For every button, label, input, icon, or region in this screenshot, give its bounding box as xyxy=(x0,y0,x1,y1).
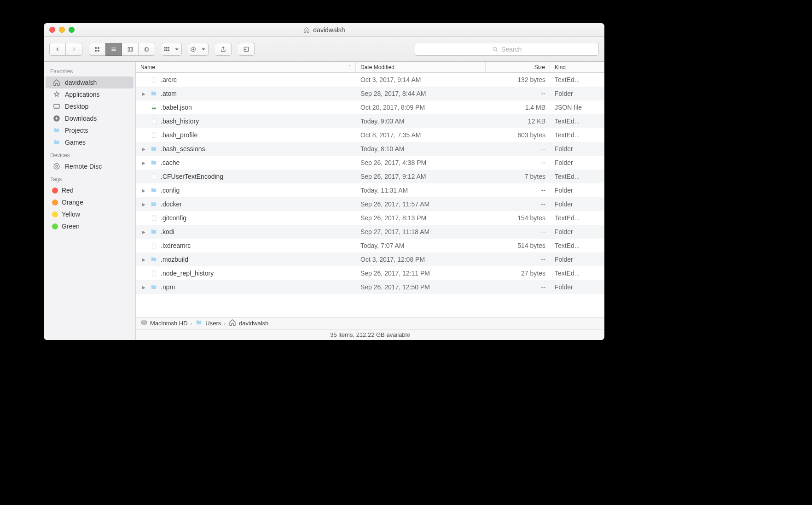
disclosure-triangle-icon[interactable]: ▶ xyxy=(140,257,147,262)
file-date: Sep 26, 2017, 12:11 PM xyxy=(356,270,486,277)
disclosure-triangle-icon[interactable]: ▶ xyxy=(140,229,147,235)
sidebar-item-projects[interactable]: Projects xyxy=(44,124,135,136)
file-date: Sep 27, 2017, 11:18 AM xyxy=(356,228,486,235)
path-crumb[interactable]: Users xyxy=(195,319,221,327)
share-button[interactable] xyxy=(215,43,232,56)
sidebar-item-downloads[interactable]: Downloads xyxy=(44,112,135,124)
file-row[interactable]: ▶.bash_sessionsToday, 8:10 AM--Folder xyxy=(136,142,604,156)
arrange-button[interactable] xyxy=(162,43,182,56)
sidebar-item-label: Remote Disc xyxy=(65,163,102,170)
sidebar-tag-red[interactable]: Red xyxy=(44,184,135,196)
file-date: Today, 9:03 AM xyxy=(356,117,486,125)
svg-rect-14 xyxy=(166,47,167,48)
list-view-button[interactable] xyxy=(105,43,122,56)
sidebar-item-remote-disc[interactable]: Remote Disc xyxy=(44,160,135,172)
tags-button[interactable] xyxy=(238,43,255,56)
search-input[interactable]: Search xyxy=(415,43,599,56)
sidebar-item-games[interactable]: Games xyxy=(44,136,135,148)
column-view-button[interactable] xyxy=(122,43,139,56)
file-row[interactable]: ▶.configToday, 11:31 AM--Folder xyxy=(136,183,604,197)
file-row[interactable]: .babel.jsonOct 20, 2017, 8:09 PM1.4 MBJS… xyxy=(136,100,604,114)
file-name: .gitconfig xyxy=(161,214,186,222)
sidebar-item-label: Desktop xyxy=(65,103,88,110)
minimize-button[interactable] xyxy=(59,27,65,33)
file-row[interactable]: ▶.mozbuildOct 3, 2017, 12:08 PM--Folder xyxy=(136,252,604,266)
crumb-label: davidwalsh xyxy=(239,320,268,327)
column-header-date[interactable]: Date Modified xyxy=(356,62,486,72)
file-size: -- xyxy=(486,200,550,208)
path-crumb[interactable]: Macintosh HD xyxy=(140,319,188,328)
file-date: Oct 3, 2017, 9:14 AM xyxy=(356,76,486,83)
file-row[interactable]: ▶.npmSep 26, 2017, 12:50 PM--Folder xyxy=(136,280,604,294)
sidebar-item-davidwalsh[interactable]: davidwalsh xyxy=(46,76,133,88)
path-crumb[interactable]: davidwalsh xyxy=(228,319,268,328)
sidebar-tag-yellow[interactable]: Yellow xyxy=(44,208,135,220)
home-icon xyxy=(52,79,61,86)
file-date: Sep 26, 2017, 4:38 PM xyxy=(356,159,486,166)
file-name: .CFUserTextEncoding xyxy=(161,173,223,180)
coverflow-view-button[interactable] xyxy=(139,43,155,56)
disclosure-triangle-icon[interactable]: ▶ xyxy=(140,188,147,193)
svg-rect-16 xyxy=(164,49,165,51)
sidebar-item-applications[interactable]: Applications xyxy=(44,88,135,100)
file-row[interactable]: .bash_historyToday, 9:03 AM12 KBTextEd..… xyxy=(136,114,604,128)
folder-icon xyxy=(52,139,61,146)
sidebar-tag-green[interactable]: Green xyxy=(44,220,135,232)
file-row[interactable]: .CFUserTextEncodingSep 26, 2017, 9:12 AM… xyxy=(136,170,604,183)
folder-icon xyxy=(150,145,158,153)
file-row[interactable]: .arcrcOct 3, 2017, 9:14 AM132 bytesTextE… xyxy=(136,73,604,87)
tag-icon xyxy=(242,46,250,53)
disclosure-triangle-icon[interactable]: ▶ xyxy=(140,147,147,152)
file-name: .bash_profile xyxy=(161,131,197,139)
disclosure-triangle-icon[interactable]: ▶ xyxy=(140,160,147,165)
file-kind: Folder xyxy=(550,90,604,97)
file-date: Today, 11:31 AM xyxy=(356,187,486,194)
column-header-name[interactable]: Name ˄ xyxy=(136,62,356,72)
file-date: Sep 26, 2017, 11:57 AM xyxy=(356,200,486,208)
svg-point-20 xyxy=(192,48,194,50)
sidebar-tag-orange[interactable]: Orange xyxy=(44,196,135,208)
file-name: .lxdreamrc xyxy=(161,242,191,249)
file-kind: Folder xyxy=(550,256,604,263)
file-date: Oct 20, 2017, 8:09 PM xyxy=(356,104,486,111)
action-button[interactable] xyxy=(188,43,209,56)
disclosure-triangle-icon[interactable]: ▶ xyxy=(140,91,147,96)
view-buttons xyxy=(89,43,155,56)
close-button[interactable] xyxy=(49,27,55,33)
file-kind: TextEd... xyxy=(550,242,604,249)
file-row[interactable]: ▶.kodiSep 27, 2017, 11:18 AM--Folder xyxy=(136,225,604,239)
svg-marker-21 xyxy=(202,48,205,50)
svg-point-29 xyxy=(56,165,58,167)
file-row[interactable]: .node_repl_historySep 26, 2017, 12:11 PM… xyxy=(136,266,604,280)
forward-button[interactable] xyxy=(66,43,82,56)
finder-window: davidwalsh xyxy=(44,23,604,340)
file-size: -- xyxy=(486,159,550,166)
sidebar-item-label: Applications xyxy=(65,91,100,98)
file-row[interactable]: .bash_profileOct 8, 2017, 7:35 AM603 byt… xyxy=(136,128,604,142)
icon-view-button[interactable] xyxy=(89,43,105,56)
disclosure-triangle-icon[interactable]: ▶ xyxy=(140,285,147,290)
file-size: 154 bytes xyxy=(486,214,550,222)
svg-rect-30 xyxy=(152,108,156,110)
file-row[interactable]: ▶.dockerSep 26, 2017, 11:57 AM--Folder xyxy=(136,197,604,211)
sidebar-item-label: Projects xyxy=(65,127,88,134)
tag-color-icon xyxy=(52,188,58,194)
file-row[interactable]: ▶.atomSep 28, 2017, 8:44 AM--Folder xyxy=(136,87,604,100)
folder-icon xyxy=(195,319,203,327)
back-button[interactable] xyxy=(49,43,66,56)
sidebar-section-favorites: Favorites xyxy=(44,65,135,76)
file-kind: Folder xyxy=(550,228,604,235)
column-header-kind[interactable]: Kind xyxy=(550,62,604,72)
svg-rect-0 xyxy=(95,47,97,49)
sidebar-item-desktop[interactable]: Desktop xyxy=(44,100,135,112)
maximize-button[interactable] xyxy=(69,27,75,33)
desktop-icon xyxy=(52,103,61,110)
file-date: Sep 26, 2017, 8:13 PM xyxy=(356,214,486,222)
folder-icon xyxy=(150,228,158,236)
file-row[interactable]: .gitconfigSep 26, 2017, 8:13 PM154 bytes… xyxy=(136,211,604,225)
search-placeholder: Search xyxy=(501,46,522,53)
file-row[interactable]: .lxdreamrcToday, 7:07 AM514 bytesTextEd.… xyxy=(136,239,604,252)
disclosure-triangle-icon[interactable]: ▶ xyxy=(140,202,147,207)
file-row[interactable]: ▶.cacheSep 26, 2017, 4:38 PM--Folder xyxy=(136,156,604,170)
column-header-size[interactable]: Size xyxy=(486,62,550,72)
